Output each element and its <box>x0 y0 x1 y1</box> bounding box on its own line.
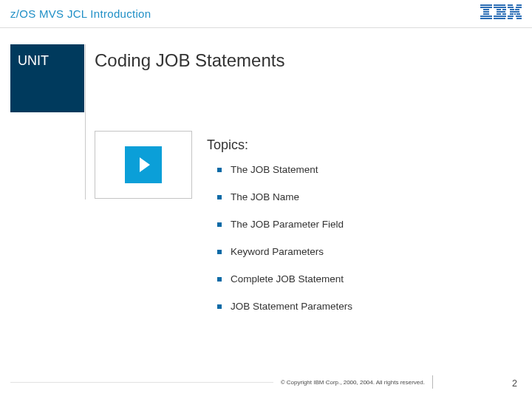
svg-rect-1 <box>480 7 492 8</box>
bullet-icon <box>217 195 222 200</box>
list-item: The JOB Parameter Field <box>217 219 352 230</box>
list-item-text: JOB Statement Parameters <box>231 301 352 312</box>
svg-rect-9 <box>497 9 501 10</box>
bullet-icon <box>217 222 222 227</box>
list-item: Complete JOB Statement <box>217 273 352 284</box>
svg-rect-16 <box>508 4 513 6</box>
unit-label: UNIT <box>18 53 49 69</box>
svg-rect-23 <box>510 13 514 15</box>
svg-rect-26 <box>508 16 514 17</box>
footer-rule <box>10 382 273 383</box>
triangle-icon <box>140 157 150 172</box>
list-item: The JOB Statement <box>217 164 352 175</box>
page-number: 2 <box>512 378 517 389</box>
list-item: The JOB Name <box>217 191 352 202</box>
list-item-text: The JOB Parameter Field <box>231 219 344 230</box>
slide-title: Coding JOB Statements <box>95 50 284 71</box>
ibm-logo-icon <box>480 4 522 21</box>
svg-rect-10 <box>502 9 506 10</box>
svg-rect-5 <box>480 16 492 17</box>
svg-rect-21 <box>515 9 519 10</box>
header-rule <box>0 27 532 28</box>
svg-rect-20 <box>510 9 514 10</box>
play-box <box>95 131 192 199</box>
svg-rect-15 <box>494 18 505 19</box>
svg-rect-24 <box>514 13 516 15</box>
list-item-text: Keyword Parameters <box>231 246 324 257</box>
svg-rect-18 <box>508 7 514 8</box>
bullet-icon <box>217 168 222 172</box>
vertical-divider <box>85 44 86 200</box>
list-item: JOB Statement Parameters <box>217 301 352 312</box>
header-title: z/OS MVS JCL Introduction <box>10 7 151 20</box>
svg-rect-27 <box>516 16 522 17</box>
svg-rect-29 <box>516 18 522 19</box>
svg-rect-3 <box>483 11 489 13</box>
bullet-icon <box>217 250 222 254</box>
svg-rect-19 <box>516 7 522 8</box>
svg-rect-6 <box>480 18 492 19</box>
header-bar: z/OS MVS JCL Introduction <box>0 0 532 30</box>
svg-rect-28 <box>508 18 513 19</box>
slide: z/OS MVS JCL Introduction <box>0 0 532 399</box>
topics-heading: Topics: <box>207 137 248 153</box>
svg-rect-2 <box>483 9 489 10</box>
svg-rect-4 <box>483 13 489 15</box>
svg-rect-8 <box>494 7 506 8</box>
footer: © Copyright IBM Corp., 2000, 2004. All r… <box>10 375 522 389</box>
svg-rect-25 <box>516 13 520 15</box>
svg-rect-11 <box>497 11 505 13</box>
topics-list: The JOB Statement The JOB Name The JOB P… <box>217 164 352 328</box>
footer-separator <box>432 375 433 389</box>
list-item-text: The JOB Statement <box>231 164 318 175</box>
svg-rect-13 <box>502 13 506 15</box>
bullet-icon <box>217 304 222 309</box>
svg-rect-0 <box>480 4 492 6</box>
copyright-text: © Copyright IBM Corp., 2000, 2004. All r… <box>281 379 425 386</box>
unit-box: UNIT <box>10 44 84 112</box>
list-item: Keyword Parameters <box>217 246 352 257</box>
svg-rect-12 <box>497 13 501 15</box>
svg-rect-22 <box>510 11 519 13</box>
svg-rect-7 <box>494 4 505 6</box>
bullet-icon <box>217 277 222 282</box>
list-item-text: The JOB Name <box>231 191 299 202</box>
svg-rect-17 <box>516 4 522 6</box>
svg-rect-14 <box>494 16 506 17</box>
list-item-text: Complete JOB Statement <box>231 273 344 284</box>
play-icon <box>125 146 162 183</box>
